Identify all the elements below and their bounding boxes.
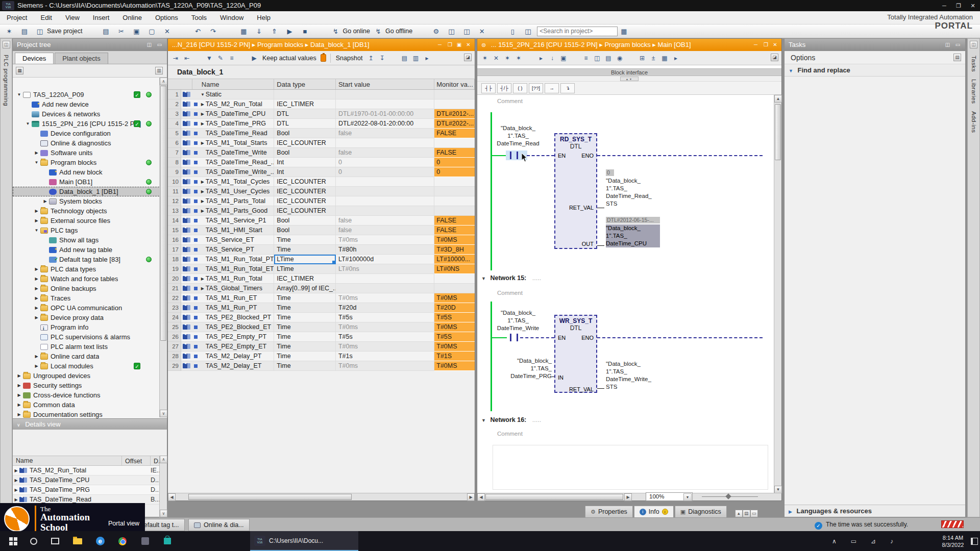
expander-icon[interactable] bbox=[16, 400, 22, 410]
tree-item[interactable]: PLC alarm text lists bbox=[13, 342, 167, 352]
expander-icon[interactable] bbox=[33, 293, 40, 303]
load-snapshot-icon[interactable]: ↧ bbox=[377, 53, 387, 63]
tree-item[interactable]: TAS_1220A_P09 bbox=[13, 90, 167, 99]
db-table-row[interactable]: 18 TAS_M1_Run_Total_PT LTime LT#100000d … bbox=[168, 255, 475, 264]
in-operand[interactable]: "Data_block_ 1".TAS_ DateTime_PRG bbox=[497, 357, 552, 380]
member-name[interactable]: Static bbox=[206, 90, 222, 99]
member-data-type[interactable]: Int bbox=[274, 158, 336, 167]
tree-item[interactable]: PLC data types bbox=[13, 264, 167, 274]
db-table-row[interactable]: 23 TAS_M1_Run_PT Time T#20d T#20D bbox=[168, 303, 475, 313]
details-col-name[interactable]: Name bbox=[13, 456, 122, 465]
separator[interactable] bbox=[193, 53, 203, 63]
tree-item[interactable]: Add new block bbox=[13, 167, 167, 177]
insert-network-icon[interactable]: ✶ bbox=[480, 53, 490, 63]
print-icon[interactable]: ▤ bbox=[100, 26, 111, 37]
member-name[interactable]: TAS_M2_Delay_ET bbox=[206, 361, 262, 371]
details-collapse-icon[interactable]: ∨ bbox=[17, 422, 20, 428]
minimize-window-icon[interactable]: ─ bbox=[435, 41, 444, 49]
member-name[interactable]: TAS_M1_Run_Total_ET bbox=[206, 264, 274, 274]
expander-icon[interactable] bbox=[200, 196, 206, 206]
member-name[interactable]: TAS_PE2_Empty_ET bbox=[206, 342, 266, 352]
member-monitor-value[interactable]: T#5S bbox=[434, 332, 475, 342]
contact-operand[interactable]: "Data_block_ 1".TAS_ DateTime_Read bbox=[492, 124, 545, 147]
member-data-type[interactable]: LTime bbox=[274, 264, 336, 274]
scroll-up-icon[interactable]: ∧ bbox=[160, 78, 167, 85]
close-branch-icon[interactable]: ↴ bbox=[560, 83, 575, 93]
member-monitor-value[interactable]: T#0MS bbox=[434, 322, 475, 332]
db-table-row[interactable]: 21 TAS_Global_Timers Array[0..99] of IEC… bbox=[168, 284, 475, 293]
expander-icon[interactable] bbox=[16, 381, 22, 390]
delete-icon[interactable]: ✕ bbox=[161, 26, 173, 37]
section-expand-icon[interactable]: ▶ bbox=[789, 509, 792, 514]
db-table-row[interactable]: 3 TAS_DateTime_CPU DTL DTL#1970-01-01-00… bbox=[168, 109, 475, 119]
tree-item[interactable]: Software units bbox=[13, 148, 167, 158]
tree-item[interactable]: Program info bbox=[13, 322, 167, 332]
expander-icon[interactable] bbox=[16, 410, 22, 418]
tree-item[interactable]: Local modules bbox=[13, 361, 167, 371]
member-data-type[interactable]: DTL bbox=[274, 119, 336, 129]
out-operand-selected[interactable]: "Data_block_ 1".TAS_ DateTime_CPU bbox=[606, 224, 660, 247]
member-start-value[interactable] bbox=[336, 284, 434, 293]
member-monitor-value[interactable]: T#0MS bbox=[434, 293, 475, 303]
tree-item[interactable]: Show all tags bbox=[13, 235, 167, 245]
toolbar-overflow-icon[interactable]: ▸ bbox=[422, 53, 432, 63]
paste-icon[interactable]: ▢ bbox=[146, 26, 157, 37]
tab-info[interactable]: i Info i bbox=[634, 506, 674, 517]
member-monitor-value[interactable]: LT#0NS bbox=[434, 264, 475, 274]
expander-icon[interactable] bbox=[16, 390, 22, 400]
side-tab[interactable]: Tasks bbox=[971, 56, 977, 72]
db-table-row[interactable]: 8 TAS_DateTime_Read_... Int 0 0 bbox=[168, 158, 475, 167]
member-monitor-value[interactable]: LT#10000... bbox=[434, 255, 475, 264]
expander-icon[interactable] bbox=[16, 371, 22, 381]
member-start-value[interactable]: 0 bbox=[336, 158, 434, 167]
member-data-type[interactable]: Time bbox=[274, 332, 336, 342]
member-data-type[interactable]: IEC_LTIMER bbox=[274, 274, 336, 284]
side-tab[interactable]: Libraries bbox=[971, 79, 977, 104]
add-branch-icon[interactable]: ✶ bbox=[513, 53, 524, 63]
tree-item[interactable]: OPC UA communication bbox=[13, 303, 167, 313]
column-settings-icon[interactable]: ▥ bbox=[155, 67, 163, 74]
tree-item[interactable]: PLC supervisions & alarms bbox=[13, 332, 167, 342]
separator[interactable] bbox=[570, 53, 580, 63]
separator[interactable] bbox=[626, 53, 636, 63]
member-name[interactable]: TAS_DateTime_CPU bbox=[206, 109, 265, 119]
member-monitor-value[interactable]: DTL#2012-... bbox=[434, 109, 475, 119]
member-data-type[interactable]: Time bbox=[274, 303, 336, 313]
member-start-value[interactable] bbox=[336, 206, 434, 216]
member-data-type[interactable]: Array[0..99] of IEC_... bbox=[274, 284, 336, 293]
member-monitor-value[interactable]: T#5S bbox=[434, 313, 475, 322]
network-comment[interactable]: Comment bbox=[497, 431, 523, 437]
member-start-value[interactable] bbox=[336, 196, 434, 206]
scroll-right-icon[interactable]: ▶ bbox=[467, 493, 475, 501]
monitor-all-icon[interactable]: ▶ bbox=[249, 53, 259, 63]
db-table-row[interactable]: 15 TAS_M1_HMI_Start Bool false FALSE bbox=[168, 226, 475, 235]
db-table-row[interactable]: 14 TAS_M1_Service_P1 Bool false FALSE bbox=[168, 216, 475, 226]
member-start-value[interactable]: T#0ms bbox=[336, 235, 434, 245]
maximize-button[interactable]: ❐ bbox=[951, 0, 966, 11]
zoom-select[interactable]: 100% bbox=[646, 492, 693, 501]
member-name[interactable]: TAS_M1_Parts_Good bbox=[206, 206, 267, 216]
member-monitor-value[interactable]: T#1S bbox=[434, 352, 475, 361]
minimize-window-icon[interactable]: ─ bbox=[751, 41, 760, 49]
member-monitor-value[interactable]: 0 bbox=[434, 167, 475, 177]
scroll-up-icon[interactable]: ∧ bbox=[160, 456, 167, 463]
member-data-type[interactable]: IEC_LCOUNTER bbox=[274, 177, 336, 187]
toolbar-button-label[interactable]: Go online bbox=[342, 28, 370, 35]
editor-tab[interactable]: Online & dia... bbox=[188, 519, 250, 531]
db-table-row[interactable]: 11 TAS_M1_User_Cycles IEC_LCOUNTER bbox=[168, 187, 475, 196]
expander-icon[interactable] bbox=[200, 138, 206, 148]
splitter-handle-icon[interactable]: ▲▼ bbox=[620, 77, 639, 81]
member-monitor-value[interactable] bbox=[434, 187, 475, 196]
member-monitor-value[interactable]: T#0MS bbox=[434, 361, 475, 371]
ret-val-operand[interactable]: "Data_block_ 1".TAS_ DateTime_Write_ STS bbox=[606, 360, 662, 391]
expand-strip-icon[interactable]: ◫ bbox=[3, 41, 10, 48]
member-data-type[interactable]: Bool bbox=[274, 226, 336, 235]
expander-icon[interactable] bbox=[200, 274, 206, 284]
details-scrollbar[interactable]: ∧ ∨ bbox=[159, 456, 167, 517]
db-table-row[interactable]: 5 TAS_DateTime_Read Bool false FALSE bbox=[168, 129, 475, 138]
member-data-type[interactable]: DTL bbox=[274, 109, 336, 119]
expand-networks-icon[interactable]: ≡ bbox=[581, 53, 591, 63]
member-name[interactable]: TAS_Service_PT bbox=[206, 245, 254, 255]
scroll-down-icon[interactable]: ▼ bbox=[774, 486, 782, 493]
tree-item[interactable]: System blocks bbox=[13, 196, 167, 206]
